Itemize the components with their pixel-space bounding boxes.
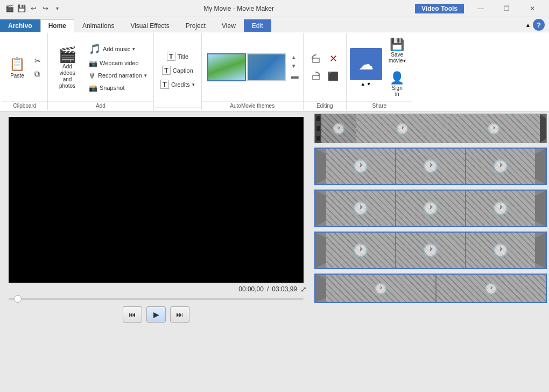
timeline-panel[interactable]: 🕐 🕐 🕐 🕐 🕐 🕐 [312,111,549,392]
tab-view[interactable]: View [214,19,244,32]
ribbon-group-clipboard: 📋 Paste ✂ ⧉ Clipboard [2,33,48,110]
theme-preview-1[interactable] [207,53,246,81]
snapshot-label: Snapshot [100,85,124,91]
undo-button[interactable]: ↩ [28,3,39,14]
rotate-left-button[interactable] [308,51,323,66]
video-tools-label: Video Tools [415,4,464,13]
seek-bar[interactable] [9,298,304,300]
ribbon: 📋 Paste ✂ ⧉ Clipboard 🎬 Add videosand ph… [0,32,549,111]
tab-home[interactable]: Home [40,19,74,32]
video-screen [9,117,304,283]
help-button[interactable]: ? [533,19,545,31]
film-strip-3: 🕐 🕐 🕐 [314,232,547,269]
window-title: My Movie - Movie Maker [62,5,415,12]
film-strip-4: 🕐 🕐 [314,274,547,303]
main-content: 00:00,00 / 03:03,99 ⤢ ⏮ ▶ ⏭ 🕐 [0,111,549,392]
record-narration-button[interactable]: 🎙 Record narration ▾ [86,70,150,81]
themes-expand[interactable]: ▬ [290,71,300,81]
title-icon: T [167,52,175,61]
paste-label: Paste [10,73,24,79]
cut-icon: ✂ [34,57,41,65]
sign-in-button[interactable]: 👤 Signin [385,69,409,99]
credits-label: Credits [171,81,190,88]
save-button[interactable]: 💾 [16,3,27,14]
current-time: 00:00,00 [238,285,264,293]
share-scroll-down[interactable]: ▼ [367,81,371,87]
total-time: 03:03,99 [272,285,297,293]
film-strip-1: 🕐 🕐 🕐 [314,148,547,185]
redo-button[interactable]: ↪ [40,3,51,14]
themes-scroll: ▲ ▼ ▬ [290,53,300,81]
add-music-arrow: ▾ [132,46,135,52]
add-videos-label: Add videosand photos [54,64,80,89]
film-strip-2: 🕐 🕐 🕐 [314,190,547,227]
add-music-label: Add music [103,46,130,52]
ribbon-group-add: 🎬 Add videosand photos 🎵 Add music ▾ 📷 W… [48,33,154,110]
tab-archivo[interactable]: Archivo [0,19,40,32]
remove-button[interactable]: ✕ [326,51,341,66]
webcam-label: Webcam video [100,60,139,66]
ribbon-group-text: T Title T Caption T Credits ▾ [154,33,202,110]
prev-frame-button[interactable]: ⏮ [123,306,142,323]
themes-scroll-up[interactable]: ▲ [290,53,300,61]
maximize-button[interactable]: ❐ [494,2,519,15]
time-separator: / [267,285,269,293]
snapshot-icon: 📸 [89,84,97,92]
credits-button[interactable]: T Credits ▾ [157,78,198,90]
close-button[interactable]: ✕ [520,2,545,15]
add-label: Add [48,101,153,110]
copy-icon: ⧉ [34,69,40,79]
themes-scroll-down[interactable]: ▼ [290,62,300,70]
title-button[interactable]: T Title [164,50,192,62]
time-display: 00:00,00 / 03:03,99 ⤢ [238,285,307,293]
add-music-button[interactable]: 🎵 Add music ▾ [86,41,150,57]
seek-bar-container [9,296,304,302]
onedrive-button[interactable]: ☁ [350,48,382,80]
text-label [154,107,201,110]
webcam-button[interactable]: 📷 Webcam video [86,58,150,69]
microphone-icon: 🎙 [89,72,96,80]
share-label: Share [347,101,412,110]
webcam-icon: 📷 [89,59,97,67]
next-frame-button[interactable]: ⏭ [170,306,189,323]
caption-label: Caption [173,67,193,74]
caption-button[interactable]: T Caption [159,64,196,76]
snapshot-button[interactable]: 📸 Snapshot [86,82,150,94]
app-icon: 🎬 [4,3,15,14]
save-movie-icon: 💾 [390,38,404,52]
title-bar: 🎬 💾 ↩ ↪ ▾ My Movie - Movie Maker Video T… [0,0,549,17]
minimize-button[interactable]: — [468,2,493,15]
tab-visual-effects[interactable]: Visual Effects [122,19,177,32]
window-controls: — ❐ ✕ [468,2,545,15]
film-strip-0: 🕐 🕐 🕐 [314,114,547,143]
save-movie-button[interactable]: 💾 Savemovie▾ [385,36,409,66]
share-scroll-up[interactable]: ▲ [361,81,365,87]
ribbon-group-share: ☁ ▲ ▼ 💾 Savemovie▾ 👤 Signin Share [347,33,412,110]
expand-button[interactable]: ⤢ [300,285,307,293]
paste-button[interactable]: 📋 Paste [5,54,29,81]
ribbon-group-editing: ✕ ⬛ Editing [304,33,347,110]
seek-handle[interactable] [14,295,22,303]
ribbon-tabs: Archivo Home Animations Visual Effects P… [0,17,549,32]
add-videos-button[interactable]: 🎬 Add videosand photos [51,44,83,92]
cut-button[interactable]: ✂ [31,55,44,67]
tab-edit[interactable]: Edit [244,19,271,32]
tab-animations[interactable]: Animations [74,19,122,32]
clipboard-label: Clipboard [2,101,47,110]
credits-arrow: ▾ [192,82,195,87]
rotate-right-button[interactable] [308,68,323,83]
paste-icon: 📋 [9,57,25,72]
svg-rect-3 [313,75,319,80]
tab-project[interactable]: Project [178,19,214,32]
theme-preview-2[interactable] [247,53,286,81]
sign-in-label: Signin [392,85,403,97]
editing-label: Editing [304,101,346,110]
copy-button[interactable]: ⧉ [31,68,44,80]
credits-icon: T [160,80,169,89]
help-scroll-up[interactable]: ▲ [525,22,531,28]
music-icon: 🎵 [89,43,101,55]
split-button[interactable]: ⬛ [326,68,341,83]
customize-qa-button[interactable]: ▾ [52,3,62,14]
caption-icon: T [162,66,171,75]
play-button[interactable]: ▶ [146,306,166,323]
